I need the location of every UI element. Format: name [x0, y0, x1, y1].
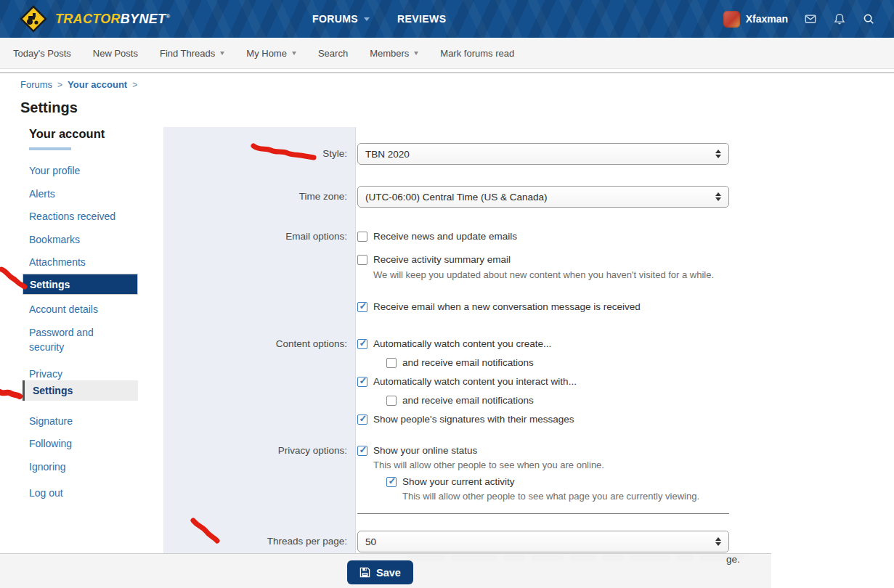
sticky-save-bar: Save [0, 553, 771, 588]
sidebar-item-alerts[interactable]: Alerts [29, 187, 138, 201]
nav-forums[interactable]: FORUMS [312, 13, 370, 25]
sidebar-item-privacy[interactable]: Privacy [29, 367, 138, 381]
breadcrumb: Forums > Your account > [20, 79, 894, 90]
top-header: TRACTORBYNET® FORUMS REVIEWS Xfaxman [0, 0, 894, 38]
user-area: Xfaxman [723, 0, 875, 38]
sidebar-item-password-and-security[interactable]: Password and security [29, 325, 118, 355]
breadcrumb-forums[interactable]: Forums [20, 79, 52, 90]
sidebar-item-bookmarks[interactable]: Bookmarks [29, 232, 138, 247]
new-posts-link[interactable]: New Posts [93, 48, 138, 59]
divider [357, 513, 729, 514]
select-arrows-icon [715, 537, 721, 546]
checkbox-show-online-status[interactable]: Show your online status [357, 445, 477, 456]
checkbox-create-email-notifications[interactable]: and receive email notifications [386, 357, 534, 368]
breadcrumb-separator: > [57, 80, 62, 90]
privacy-options-label: Privacy options: [163, 445, 347, 456]
members-menu[interactable]: Members [370, 48, 418, 59]
threads-per-page-label: Threads per page: [163, 536, 347, 547]
content-options-label: Content options: [163, 338, 347, 349]
checkbox-watch-content-interact[interactable]: Automatically watch content you interact… [357, 376, 577, 387]
threads-per-page-select[interactable]: 50 [357, 531, 729, 552]
checkbox[interactable] [386, 396, 397, 406]
current-activity-help: This will allow other people to see what… [402, 489, 751, 504]
todays-posts-link[interactable]: Today's Posts [13, 48, 71, 59]
checkbox[interactable] [386, 358, 397, 368]
style-select[interactable]: TBN 2020 [357, 143, 729, 165]
divider [0, 72, 894, 73]
checkbox[interactable] [357, 232, 367, 242]
brand-name: TRACTORBYNET® [55, 12, 170, 27]
checkbox-show-current-activity[interactable]: Show your current activity [386, 476, 515, 487]
sidebar-item-settings-selected[interactable]: Settings [23, 274, 138, 295]
sidebar-item-following[interactable]: Following [29, 436, 138, 451]
chevron-down-icon [364, 17, 370, 21]
username[interactable]: Xfaxman [746, 13, 788, 25]
site-logo[interactable]: TRACTORBYNET® [17, 3, 170, 35]
checkbox[interactable] [357, 339, 367, 349]
checkbox-show-signatures[interactable]: Show people's signatures with their mess… [357, 414, 574, 425]
breadcrumb-separator: > [132, 80, 137, 90]
chevron-down-icon [414, 52, 418, 55]
sidebar-heading-underline [29, 147, 71, 150]
checkbox[interactable] [357, 446, 367, 456]
avatar[interactable] [723, 11, 740, 28]
checkbox-interact-email-notifications[interactable]: and receive email notifications [386, 395, 534, 406]
activity-summary-help: We will keep you updated about new conte… [373, 268, 720, 282]
page-title: Settings [20, 99, 894, 116]
checkbox[interactable] [357, 255, 367, 265]
select-arrows-icon [715, 192, 721, 201]
save-floppy-icon [359, 567, 370, 578]
settings-form: Style: TBN 2020 Time zone: (UTC-06:00) C… [163, 127, 730, 553]
sidebar-item-log-out[interactable]: Log out [29, 486, 138, 500]
select-arrows-icon [715, 150, 721, 158]
chevron-down-icon [220, 52, 224, 55]
nav-reviews[interactable]: REVIEWS [397, 13, 446, 25]
obscured-help-text-fragment: ge. [726, 554, 740, 565]
timezone-label: Time zone: [163, 191, 347, 202]
email-options-label: Email options: [163, 231, 347, 242]
sidebar-item-your-profile[interactable]: Your profile [29, 163, 138, 178]
sidebar-item-ignoring[interactable]: Ignoring [29, 460, 138, 474]
page: TRACTORBYNET® FORUMS REVIEWS Xfaxman Tod [0, 0, 894, 588]
checkbox-activity-summary-email[interactable]: Receive activity summary email [357, 254, 511, 265]
sidebar-subitem-settings-selected[interactable]: Settings [23, 380, 138, 401]
sidebar-item-attachments[interactable]: Attachments [29, 255, 138, 269]
save-button[interactable]: Save [347, 560, 413, 584]
bell-icon[interactable] [833, 12, 846, 25]
sidebar-item-account-details[interactable]: Account details [29, 302, 138, 317]
checkbox[interactable] [386, 477, 397, 487]
breadcrumb-your-account[interactable]: Your account [68, 79, 127, 90]
mark-forums-read-link[interactable]: Mark forums read [440, 48, 514, 59]
timezone-select[interactable]: (UTC-06:00) Central Time (US & Canada) [357, 186, 729, 208]
online-status-help: This will allow other people to see when… [373, 458, 722, 473]
find-threads-menu[interactable]: Find Threads [160, 48, 224, 59]
checkbox-receive-news-emails[interactable]: Receive news and update emails [357, 231, 517, 242]
sidebar-item-reactions-received[interactable]: Reactions received [29, 209, 138, 224]
checkbox[interactable] [357, 302, 367, 312]
checkbox-watch-content-create[interactable]: Automatically watch content you create..… [357, 338, 551, 349]
forum-toolbar: Today's Posts New Posts Find Threads My … [0, 38, 894, 69]
my-home-menu[interactable]: My Home [246, 48, 296, 59]
sidebar-item-signature[interactable]: Signature [29, 414, 138, 428]
search-icon[interactable] [862, 12, 875, 25]
style-label: Style: [163, 148, 347, 159]
search-link[interactable]: Search [318, 48, 348, 59]
sidebar-heading: Your account [29, 127, 145, 141]
mail-icon[interactable] [804, 12, 817, 25]
checkbox-conversation-email[interactable]: Receive email when a new conversation me… [357, 301, 641, 312]
checkbox[interactable] [357, 415, 367, 425]
chevron-down-icon [292, 52, 296, 55]
main-nav: FORUMS REVIEWS [312, 0, 446, 38]
checkbox[interactable] [357, 377, 367, 387]
tractor-sign-icon [17, 3, 49, 35]
account-sidebar: Your account Your profile Alerts Reactio… [29, 127, 145, 150]
